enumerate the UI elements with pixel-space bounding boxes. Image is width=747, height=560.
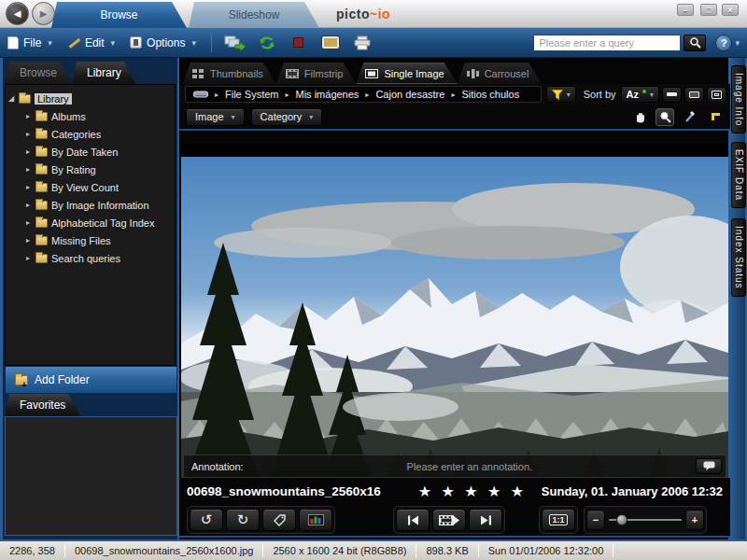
hand-icon bbox=[634, 110, 646, 123]
breadcrumb-sitios-chulos[interactable]: Sitios chulos bbox=[461, 89, 519, 100]
tab-image-info[interactable]: Image Info bbox=[731, 65, 746, 133]
sidebar-tab-browse[interactable]: Browse bbox=[5, 62, 72, 84]
chevron-down-icon[interactable]: ▾ bbox=[735, 38, 740, 48]
rotate-left-button[interactable]: ↺ bbox=[190, 509, 223, 531]
close-icon: × bbox=[727, 6, 732, 15]
tab-carrousel[interactable]: Carrousel bbox=[458, 63, 543, 84]
add-folder-button[interactable]: + Add Folder bbox=[5, 366, 177, 394]
full-size-button[interactable] bbox=[707, 87, 726, 103]
annotation-submit-button[interactable] bbox=[696, 458, 722, 474]
tree-item-search-queries[interactable]: ▸Search queries bbox=[6, 249, 175, 267]
next-image-button[interactable] bbox=[469, 509, 502, 531]
fullscreen-button[interactable] bbox=[317, 32, 345, 54]
filter-button[interactable]: ▾ bbox=[546, 86, 576, 103]
tree-collapsed-icon[interactable]: ▸ bbox=[22, 112, 34, 120]
image-toolbar: Image ▾ Category ▾ bbox=[179, 105, 732, 131]
tab-single-image[interactable]: Single Image bbox=[356, 63, 457, 84]
tree-item-by-rating[interactable]: ▸By Rating bbox=[6, 161, 175, 178]
tree-root-library[interactable]: ◢ Library bbox=[6, 90, 175, 107]
file-menu[interactable]: File ▾ bbox=[0, 31, 60, 55]
tab-filmstrip[interactable]: Filmstrip bbox=[276, 63, 357, 84]
tree-collapsed-icon[interactable]: ▸ bbox=[22, 254, 34, 262]
category-menu-button[interactable]: Category ▾ bbox=[251, 108, 323, 126]
photo-info-row: 00698_snowmountains_2560x16 ★ ★ ★ ★ ★ Su… bbox=[179, 478, 732, 504]
zoom-out-button[interactable]: − bbox=[586, 510, 605, 530]
tree-item-categories[interactable]: ▸Categories bbox=[6, 125, 175, 143]
edit-menu[interactable]: Edit ▾ bbox=[60, 31, 122, 55]
filmstrip-icon bbox=[286, 69, 299, 78]
tree-collapsed-icon[interactable]: ▸ bbox=[22, 201, 34, 209]
tab-slideshow[interactable]: Slideshow bbox=[189, 2, 319, 28]
forward-button[interactable]: ▶ bbox=[32, 2, 55, 25]
tree-item-alphabetical-tag-index[interactable]: ▸Alphabetical Tag Index bbox=[6, 214, 175, 231]
favorites-tab[interactable]: Favorites bbox=[5, 394, 80, 416]
tree-item-label: Missing Files bbox=[51, 235, 111, 246]
tree-collapsed-icon[interactable]: ▸ bbox=[22, 130, 34, 138]
breadcrumb[interactable]: ▸ File System ▸ Mis imágenes ▸ Cajon des… bbox=[185, 86, 542, 103]
annotation-input[interactable] bbox=[244, 461, 696, 472]
tree-item-by-date-taken[interactable]: ▸By Date Taken bbox=[6, 143, 175, 161]
print-button[interactable] bbox=[348, 32, 376, 54]
tree-collapsed-icon[interactable]: ▸ bbox=[22, 236, 34, 245]
search-input[interactable] bbox=[533, 35, 681, 51]
breadcrumb-mis-imagenes[interactable]: Mis imágenes bbox=[296, 89, 359, 100]
maximize-button[interactable]: □ bbox=[700, 4, 717, 16]
tree-item-albums[interactable]: ▸Albums bbox=[6, 107, 175, 125]
tree-item-by-image-information[interactable]: ▸By Image Information bbox=[6, 196, 175, 214]
picker-tool-button[interactable] bbox=[681, 108, 699, 126]
status-file-size: 898.3 KB bbox=[416, 545, 477, 556]
add-folder-icon: + bbox=[15, 375, 28, 385]
minimize-button[interactable]: – bbox=[677, 4, 694, 16]
slideshow-play-button[interactable] bbox=[432, 509, 466, 531]
search-button[interactable] bbox=[684, 35, 706, 51]
help-icon: ? bbox=[721, 37, 727, 49]
fit-width-button[interactable] bbox=[662, 87, 682, 103]
sidebar-tab-library[interactable]: Library bbox=[72, 62, 136, 84]
image-menu-label: Image bbox=[195, 111, 224, 122]
sidebar-tabs: Browse Library bbox=[5, 62, 136, 84]
zoom-tool-button[interactable] bbox=[655, 108, 674, 126]
tree-expanded-icon[interactable]: ◢ bbox=[6, 94, 17, 103]
tree-item-by-view-count[interactable]: ▸By View Count bbox=[6, 178, 175, 196]
actual-size-button[interactable]: 1:1 bbox=[542, 509, 575, 531]
image-menu-button[interactable]: Image ▾ bbox=[186, 108, 245, 126]
tab-browse[interactable]: Browse bbox=[51, 2, 187, 28]
zoom-in-button[interactable]: + bbox=[685, 510, 704, 530]
import-button[interactable] bbox=[221, 32, 249, 54]
main-view: Thumbnails Filmstrip Single Image bbox=[177, 58, 730, 539]
breadcrumb-separator-icon: ▸ bbox=[215, 91, 218, 99]
tab-index-status[interactable]: Index Status bbox=[731, 218, 746, 297]
breadcrumb-cajon-desastre[interactable]: Cajon desastre bbox=[375, 89, 444, 100]
histogram-button[interactable] bbox=[299, 509, 332, 531]
transport-button-group bbox=[393, 506, 505, 534]
photo-viewport[interactable]: Annotation: bbox=[181, 144, 728, 478]
tree-collapsed-icon[interactable]: ▸ bbox=[22, 165, 34, 174]
pan-tool-button[interactable] bbox=[630, 108, 649, 126]
fit-width-icon bbox=[667, 92, 677, 96]
stop-button[interactable] bbox=[285, 32, 313, 54]
rating-stars[interactable]: ★ ★ ★ ★ ★ bbox=[403, 483, 542, 500]
previous-image-button[interactable] bbox=[396, 509, 430, 531]
rotate-right-button[interactable]: ↻ bbox=[226, 509, 260, 531]
sort-order-button[interactable]: Az ▾ bbox=[621, 86, 659, 103]
breadcrumb-row: ▸ File System ▸ Mis imágenes ▸ Cajon des… bbox=[179, 84, 732, 105]
refresh-button[interactable] bbox=[253, 32, 281, 54]
tab-exif-data[interactable]: EXIF Data bbox=[731, 142, 746, 208]
tree-item-missing-files[interactable]: ▸Missing Files bbox=[6, 231, 175, 249]
fit-screen-button[interactable] bbox=[684, 87, 704, 103]
help-button[interactable]: ? bbox=[715, 35, 732, 51]
zoom-slider-track[interactable] bbox=[609, 510, 682, 530]
tab-thumbnails[interactable]: Thumbnails bbox=[183, 63, 276, 84]
favorites-panel[interactable] bbox=[5, 416, 177, 536]
tag-button[interactable] bbox=[262, 509, 296, 531]
next-icon bbox=[480, 515, 492, 525]
back-button[interactable]: ◀ bbox=[6, 2, 29, 25]
crop-marker-button[interactable] bbox=[706, 108, 725, 126]
tree-collapsed-icon[interactable]: ▸ bbox=[22, 218, 34, 227]
close-button[interactable]: × bbox=[722, 4, 739, 16]
breadcrumb-file-system[interactable]: File System bbox=[225, 89, 278, 100]
options-menu[interactable]: Options ▾ bbox=[122, 31, 204, 55]
zoom-slider-thumb[interactable] bbox=[616, 514, 627, 525]
tree-collapsed-icon[interactable]: ▸ bbox=[22, 183, 34, 191]
tree-collapsed-icon[interactable]: ▸ bbox=[22, 147, 34, 156]
